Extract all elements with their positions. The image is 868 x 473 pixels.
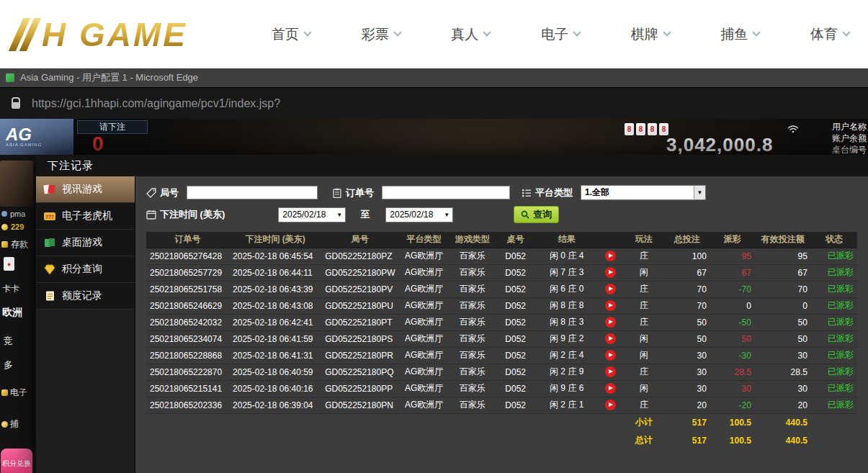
replay-button[interactable] bbox=[605, 300, 616, 311]
cell-play-side: 庄 bbox=[624, 281, 664, 297]
card: 8 bbox=[636, 123, 645, 135]
nav-item-home[interactable]: 首页 bbox=[272, 25, 310, 44]
cell-status: 已派彩 bbox=[811, 380, 857, 397]
card: 8 bbox=[648, 123, 657, 135]
cell-table-no: D052 bbox=[496, 397, 536, 413]
sidebar-item-quota-records[interactable]: 额度记录 bbox=[36, 283, 135, 310]
cell-result: 闲 0 庄 4 bbox=[536, 248, 598, 264]
cell-payout: 0 bbox=[710, 297, 755, 314]
promo-badge[interactable]: 积分兑换 bbox=[1, 449, 32, 473]
cell-result: 闲 8 庄 8 bbox=[536, 297, 598, 314]
nav-item-fishing[interactable]: 捕鱼 bbox=[720, 25, 759, 44]
date-to-select[interactable]: 2025/02/18 ▼ bbox=[385, 207, 453, 222]
platform-select[interactable]: 1.全部 ▼ bbox=[581, 185, 706, 200]
sidebar-item-video-games[interactable]: 视讯游戏 bbox=[36, 176, 135, 203]
filter-row-1: 局号 订单号 平台类型 1.全部 ▼ bbox=[146, 185, 857, 200]
replay-button[interactable] bbox=[605, 251, 616, 261]
list-icon bbox=[522, 188, 532, 198]
sidebar-item-slot-machines[interactable]: 777 电子老虎机 bbox=[36, 203, 135, 230]
cell-total-bet: 67 bbox=[664, 264, 710, 281]
date-to-value: 2025/02/18 bbox=[386, 210, 441, 220]
column-header: 游戏类型 bbox=[449, 232, 496, 248]
date-from-value: 2025/02/18 bbox=[279, 210, 334, 220]
nav-item-live[interactable]: 真人 bbox=[451, 25, 490, 44]
column-header: 有效投注额 bbox=[755, 232, 811, 248]
wifi-icon bbox=[787, 123, 799, 136]
url-bar[interactable]: https://gci.1hhapi.com/agingame/pcv1/ind… bbox=[0, 87, 868, 119]
replay-button[interactable] bbox=[605, 350, 616, 361]
replay-button[interactable] bbox=[605, 383, 616, 394]
nav-item-sports[interactable]: 体育 bbox=[810, 25, 849, 44]
order-label: 订单号 bbox=[346, 186, 374, 199]
column-header: 平台类型 bbox=[399, 232, 449, 248]
cell-status: 已派彩 bbox=[811, 248, 857, 264]
cell-bet-time: 2025-02-18 06:42:41 bbox=[229, 314, 321, 330]
replay-button[interactable] bbox=[605, 284, 616, 294]
nav-item-chess[interactable]: 棋牌 bbox=[631, 25, 670, 44]
window-favicon-icon bbox=[6, 73, 14, 82]
bet-time-label: 下注时间 (美东) bbox=[160, 208, 225, 221]
empty-cell bbox=[598, 431, 624, 449]
sidebar-item-table-games[interactable]: 桌面游戏 bbox=[36, 230, 135, 256]
round-input[interactable] bbox=[187, 186, 318, 199]
total-payout: 100.5 bbox=[710, 431, 755, 449]
bet-prompt: 请下注 bbox=[77, 120, 148, 134]
cell-payout: 30 bbox=[710, 380, 755, 397]
svg-text:777: 777 bbox=[45, 215, 54, 220]
tag-icon bbox=[146, 188, 156, 198]
cell-total-bet: 30 bbox=[664, 364, 710, 380]
deposit-button[interactable]: 存款 bbox=[1, 238, 28, 251]
table-row: 2502180652466292025-02-18 06:43:08GD0522… bbox=[146, 297, 857, 314]
balance-display: 3,042,000.8 bbox=[666, 134, 773, 156]
replay-button[interactable] bbox=[605, 267, 616, 278]
empty-cell bbox=[146, 413, 229, 431]
table-row: 2502180652228702025-02-18 06:40:59GD0522… bbox=[146, 364, 857, 380]
nav-label: 捕鱼 bbox=[720, 25, 748, 44]
cell-table-no: D052 bbox=[496, 330, 536, 347]
cell-bet-time: 2025-02-18 06:43:08 bbox=[229, 297, 321, 314]
cell-play-side: 庄 bbox=[624, 248, 664, 264]
cell-play-side: 庄 bbox=[624, 297, 664, 314]
ag-logo: AG ASIA GAMING bbox=[0, 119, 73, 155]
sidebar-item-label: 积分查询 bbox=[62, 263, 102, 276]
cell-payout: -70 bbox=[710, 281, 755, 297]
cell-bet-time: 2025-02-18 06:44:11 bbox=[229, 264, 321, 281]
nav-item-lottery[interactable]: 彩票 bbox=[362, 25, 401, 44]
order-input[interactable] bbox=[382, 186, 510, 199]
empty-cell bbox=[598, 413, 624, 431]
clipboard-icon bbox=[332, 188, 342, 198]
chevron-down-icon bbox=[483, 28, 491, 36]
replay-button[interactable] bbox=[605, 400, 616, 410]
replay-button[interactable] bbox=[605, 333, 616, 344]
cell-valid-bet: 95 bbox=[755, 248, 811, 264]
replay-button[interactable] bbox=[605, 317, 616, 328]
window-titlebar[interactable]: Asia Gaming - 用户配置 1 - Microsoft Edge bbox=[0, 68, 868, 87]
cell-total-bet: 30 bbox=[664, 380, 710, 397]
subtotal-label: 小计 bbox=[624, 413, 664, 431]
url-text: https://gci.1hhapi.com/agingame/pcv1/ind… bbox=[32, 97, 280, 110]
avatar bbox=[0, 161, 33, 207]
cell-payout: 95 bbox=[710, 248, 755, 264]
cell-order-no: 250218065276428 bbox=[146, 248, 229, 264]
cell-round-no: GD052252180PR bbox=[321, 347, 398, 364]
cell-total-bet: 50 bbox=[664, 330, 710, 347]
replay-button[interactable] bbox=[605, 366, 616, 377]
coin-count: 229 bbox=[11, 222, 24, 231]
nav-item-electronic[interactable]: 电子 bbox=[541, 25, 580, 44]
platform-filter: 平台类型 1.全部 ▼ bbox=[522, 185, 706, 200]
bet-table-header-row: 订单号下注时间 (美东)局号平台类型游戏类型桌号结果玩法总投注派彩有效投注额状态 bbox=[146, 232, 857, 248]
cell-round-no: GD052252180PT bbox=[321, 314, 398, 330]
sidebar-item-points-query[interactable]: 积分查询 bbox=[36, 256, 135, 283]
subtotal-valid-bet: 440.5 bbox=[755, 413, 811, 431]
cell-bet-time: 2025-02-18 06:43:39 bbox=[229, 281, 321, 297]
deposit-icon bbox=[1, 241, 8, 248]
coin-icon bbox=[1, 224, 8, 230]
column-header: 桌号 bbox=[496, 232, 536, 248]
date-from-select[interactable]: 2025/02/18 ▼ bbox=[278, 207, 346, 222]
search-button[interactable]: 查询 bbox=[514, 206, 559, 223]
empty-cell bbox=[496, 431, 536, 449]
cell-valid-bet: 0 bbox=[755, 297, 811, 314]
cell-platform: AG欧洲厅 bbox=[399, 264, 449, 281]
account-balance-label: 账户余额 bbox=[832, 132, 867, 144]
cell-order-no: 250218065242032 bbox=[146, 314, 229, 330]
